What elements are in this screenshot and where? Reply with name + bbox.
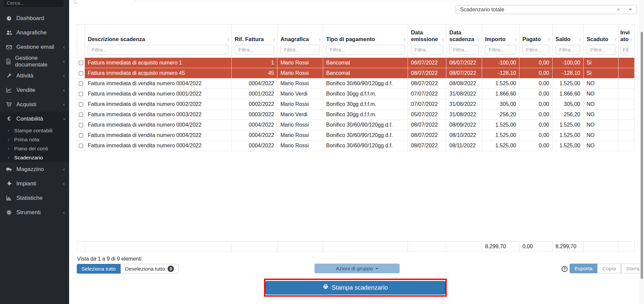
cell-importo: -100,00	[482, 58, 519, 68]
header-tipo-pagamento[interactable]: Tipo di pagamento	[323, 24, 408, 58]
scrollbar-thumb[interactable]	[641, 32, 643, 279]
chevron-left-icon: ‹	[63, 88, 65, 93]
select-all-button[interactable]: Seleziona tutto	[77, 264, 121, 274]
cell-anagrafica: Mario Rossi	[277, 120, 323, 130]
row-checkbox[interactable]	[79, 123, 83, 127]
sidebar-item-dashboard[interactable]: Dashboard	[0, 11, 69, 25]
cell-pagato: 0,00	[519, 68, 553, 79]
sort-icon	[272, 38, 276, 42]
sidebar-subitem-label: Stampe contabili	[14, 128, 52, 134]
sidebar-item-statistiche[interactable]: Statistiche	[0, 191, 69, 205]
table-row[interactable]: Fattura immediata di vendita numero 0004…	[77, 141, 635, 151]
export-button[interactable]: Esporta	[570, 264, 597, 273]
sidebar-subitem-piano-dei-conti[interactable]: › Piano dei conti	[0, 144, 69, 153]
table-row[interactable]: Fattura immediata di acquisto numero 1 1…	[77, 58, 635, 68]
sidebar-item-contabilita[interactable]: € Contabilità ‹	[0, 112, 69, 126]
row-checkbox[interactable]	[79, 133, 83, 138]
panel-top-border	[135, 1, 639, 1]
filter-descrizione-input[interactable]	[88, 45, 228, 54]
sidebar-item-impianti[interactable]: Impianti ‹	[0, 176, 69, 191]
cell-scaduto: Sì	[584, 58, 619, 68]
cell-descrizione: Fattura immediata di vendita numero 0001…	[85, 89, 232, 99]
filter-tipo-input[interactable]	[326, 45, 405, 54]
sidebar-item-vendite[interactable]: Vendite ‹	[0, 83, 69, 97]
sidebar-item-gestione-documentale[interactable]: Gestione documentale ‹	[0, 54, 69, 68]
table-row[interactable]: Fattura immediata di vendita numero 0001…	[77, 89, 635, 99]
row-checkbox[interactable]	[79, 82, 83, 86]
filter-saldo-input[interactable]	[556, 45, 580, 54]
filter-rif-input[interactable]	[235, 45, 274, 54]
row-checkbox[interactable]	[79, 113, 83, 117]
table-row[interactable]: Fattura immediata di vendita numero 0003…	[77, 110, 635, 120]
sidebar-search[interactable]	[3, 0, 64, 8]
cell-inviato	[619, 141, 635, 151]
select-caret-icon[interactable]	[629, 9, 632, 10]
sidebar-item-strumenti[interactable]: Strumenti ‹	[0, 205, 69, 219]
row-checkbox-cell	[77, 130, 85, 141]
filter-emissione-input[interactable]	[411, 45, 443, 54]
table-row[interactable]: Fattura immediata di vendita numero 0002…	[77, 99, 635, 110]
table-row[interactable]: Fattura immediata di vendita numero 0004…	[77, 130, 635, 141]
table-row[interactable]: Fattura immediata di acquisto numero 45 …	[77, 68, 635, 79]
row-checkbox-cell	[77, 79, 85, 89]
header-inviato[interactable]: Inviato	[619, 24, 635, 58]
deselect-all-button[interactable]: Deseleziona tutto 0	[121, 264, 179, 274]
search-input[interactable]	[7, 0, 73, 6]
sidebar-item-attivita[interactable]: Attività ‹	[0, 68, 69, 83]
sidebar-item-label: Anagrafiche	[16, 29, 47, 36]
filter-inviato-input[interactable]	[620, 45, 628, 54]
header-anagrafica[interactable]: Anagrafica	[277, 24, 323, 58]
sidebar-subitem-stampe-contabili[interactable]: › Stampe contabili	[0, 126, 69, 135]
cell-saldo: -100,00	[553, 58, 584, 68]
totals-row: 8.299,70 0,00 8.299,70	[77, 242, 635, 252]
dashboard-gauge-icon	[5, 15, 13, 21]
sidebar-item-magazzino[interactable]: Magazzino ‹	[0, 162, 69, 176]
search-icon[interactable]	[73, 0, 78, 6]
header-data-emissione[interactable]: Data emissione	[408, 24, 446, 58]
header-saldo[interactable]: Saldo	[553, 24, 584, 58]
total-pagato: 0,00	[519, 242, 553, 252]
table-row[interactable]: Fattura immediata di vendita numero 0004…	[77, 79, 635, 89]
copy-button[interactable]: Copia	[597, 264, 621, 273]
row-checkbox[interactable]	[79, 144, 83, 148]
header-rif-fattura[interactable]: Rif. Fattura	[232, 24, 277, 58]
cell-tipo-pagamento: Bancomat	[323, 58, 408, 68]
cell-scaduto: Sì	[584, 68, 619, 79]
cell-rif-fattura: 0004/2022	[232, 79, 277, 89]
filter-scaduto-input[interactable]	[587, 45, 615, 54]
sidebar-subitem-scadenzario[interactable]: › Scadenzario	[0, 153, 69, 162]
clear-selection-icon[interactable]: ×	[617, 6, 620, 13]
group-actions-button[interactable]: Azioni di gruppo	[314, 264, 400, 273]
cell-data-emissione: 08/07/2022	[408, 68, 446, 79]
sidebar-item-label: Vendite	[16, 87, 35, 94]
stampa-scadenzario-button[interactable]: Stampa scadenzario	[265, 281, 445, 295]
filter-anagrafica-input[interactable]	[280, 45, 320, 54]
row-checkbox[interactable]	[79, 71, 83, 75]
header-data-scadenza[interactable]: Data scadenza	[446, 24, 482, 58]
row-checkbox[interactable]	[79, 102, 83, 107]
header-pagato[interactable]: Pagato	[519, 24, 553, 58]
cell-scaduto: NO	[584, 120, 619, 130]
header-descrizione[interactable]: Descrizione scadenza	[85, 24, 232, 58]
cell-descrizione: Fattura immediata di vendita numero 0004…	[85, 120, 232, 130]
header-importo[interactable]: Importo	[482, 24, 519, 58]
filter-scadenza-input[interactable]	[449, 45, 479, 54]
bar-chart-icon	[5, 195, 13, 201]
sidebar-item-gestione-email[interactable]: Gestione email ‹	[0, 40, 69, 54]
sidebar-item-acquisti[interactable]: Acquisti ‹	[0, 97, 69, 112]
scadenzario-type-select[interactable]: Scadenzario totale ×	[455, 5, 637, 14]
sidebar-subitem-prima-nota[interactable]: › Prima nota	[0, 135, 69, 144]
filter-pagato-input[interactable]	[522, 45, 549, 54]
help-icon[interactable]: ?	[562, 266, 568, 272]
users-icon	[5, 30, 13, 35]
cell-data-emissione: 08/07/2022	[408, 79, 446, 89]
row-checkbox[interactable]	[79, 61, 83, 65]
table-row[interactable]: Fattura immediata di vendita numero 0004…	[77, 120, 635, 130]
header-scaduto[interactable]: Scaduto	[584, 24, 619, 58]
filter-importo-input[interactable]	[485, 45, 516, 54]
row-checkbox[interactable]	[79, 92, 83, 96]
cell-saldo: 256,20	[553, 110, 584, 120]
cell-data-emissione: 08/07/2022	[408, 120, 446, 130]
chevron-left-icon: ‹	[63, 167, 65, 172]
sidebar-item-anagrafiche[interactable]: Anagrafiche	[0, 25, 69, 40]
